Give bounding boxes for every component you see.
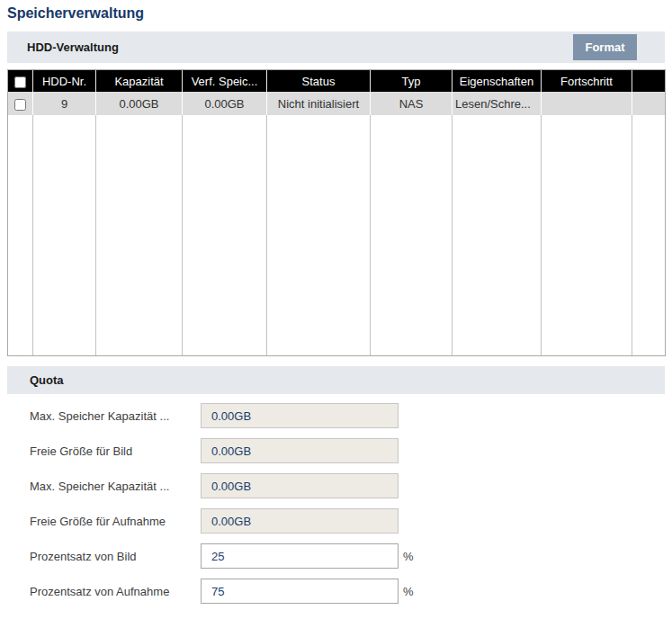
table-filler-row — [8, 115, 665, 355]
empty-cell — [267, 115, 371, 355]
field-row-record-percent: Prozentsatz von Aufnahme% — [30, 579, 665, 604]
page-title: Speicherverwaltung — [7, 5, 665, 22]
column-header-fortschritt: Fortschritt — [542, 70, 632, 92]
column-header-eigenschaften: Eigenschaften — [452, 70, 542, 92]
hdd-section-title: HDD-Verwaltung — [7, 31, 119, 63]
empty-cell — [371, 115, 452, 355]
empty-cell — [452, 115, 542, 355]
quota-form: Max. Speicher Kapazität ...Freie Größe f… — [30, 403, 665, 604]
record-percent-unit-label: % — [403, 585, 414, 598]
cell-kapazitaet: 0.00GB — [96, 92, 183, 115]
format-button[interactable]: Format — [573, 34, 637, 60]
max-capacity-record-input — [201, 473, 399, 498]
field-row-free-size-picture: Freie Größe für Bild — [30, 438, 665, 463]
cell-select-all — [8, 92, 33, 115]
cell-status: Nicht initialisiert — [267, 92, 371, 115]
column-header-kapazitaet: Kapazität — [96, 70, 183, 92]
column-header-hdd-nr: HDD-Nr. — [33, 70, 96, 92]
cell-hdd-nr: 9 — [33, 92, 96, 115]
column-header-select-all — [8, 70, 33, 92]
cell-eigenschaften: Lesen/Schre... — [452, 92, 542, 115]
max-capacity-picture-input — [201, 403, 399, 428]
field-row-max-capacity-record: Max. Speicher Kapazität ... — [30, 473, 665, 498]
picture-percent-unit-label: % — [403, 550, 414, 563]
free-size-picture-label: Freie Größe für Bild — [30, 444, 201, 458]
hdd-section-header: HDD-Verwaltung Format — [7, 31, 665, 63]
max-capacity-picture-label: Max. Speicher Kapazität ... — [30, 409, 201, 423]
empty-cell — [33, 115, 96, 355]
table-row[interactable]: 90.00GB0.00GBNicht initialisiertNASLesen… — [8, 92, 665, 115]
max-capacity-record-label: Max. Speicher Kapazität ... — [30, 480, 201, 493]
empty-cell — [96, 115, 183, 355]
table-header-row: HDD-Nr.KapazitätVerf. Speic...StatusTypE… — [8, 70, 665, 92]
cell-fortschritt — [542, 92, 632, 115]
record-percent-label: Prozentsatz von Aufnahme — [30, 585, 201, 598]
field-row-free-size-record: Freie Größe für Aufnahme — [30, 508, 665, 534]
column-header-verf-speicher: Verf. Speic... — [183, 70, 267, 92]
empty-cell — [632, 115, 665, 355]
column-header-spacer — [632, 70, 665, 92]
column-header-status: Status — [267, 70, 371, 92]
empty-cell — [183, 115, 267, 355]
row-checkbox[interactable] — [14, 99, 26, 111]
free-size-record-input — [201, 508, 399, 534]
select-all-checkbox[interactable] — [14, 76, 26, 88]
quota-section-title: Quota — [7, 366, 64, 394]
cell-verf-speicher: 0.00GB — [183, 92, 267, 115]
empty-cell — [8, 115, 33, 355]
field-row-picture-percent: Prozentsatz von Bild% — [30, 543, 665, 569]
hdd-table: HDD-Nr.KapazitätVerf. Speic...StatusTypE… — [7, 69, 666, 356]
record-percent-input[interactable] — [201, 579, 399, 604]
cell-typ: NAS — [371, 92, 452, 115]
picture-percent-input[interactable] — [201, 543, 399, 569]
cell-spacer — [632, 92, 665, 115]
column-header-typ: Typ — [371, 70, 452, 92]
picture-percent-label: Prozentsatz von Bild — [30, 550, 201, 563]
quota-section-header: Quota — [7, 366, 665, 394]
free-size-picture-input — [201, 438, 399, 463]
empty-cell — [542, 115, 632, 355]
free-size-record-label: Freie Größe für Aufnahme — [30, 515, 201, 528]
storage-management-page: Speicherverwaltung HDD-Verwaltung Format… — [0, 5, 672, 604]
field-row-max-capacity-picture: Max. Speicher Kapazität ... — [30, 403, 665, 428]
